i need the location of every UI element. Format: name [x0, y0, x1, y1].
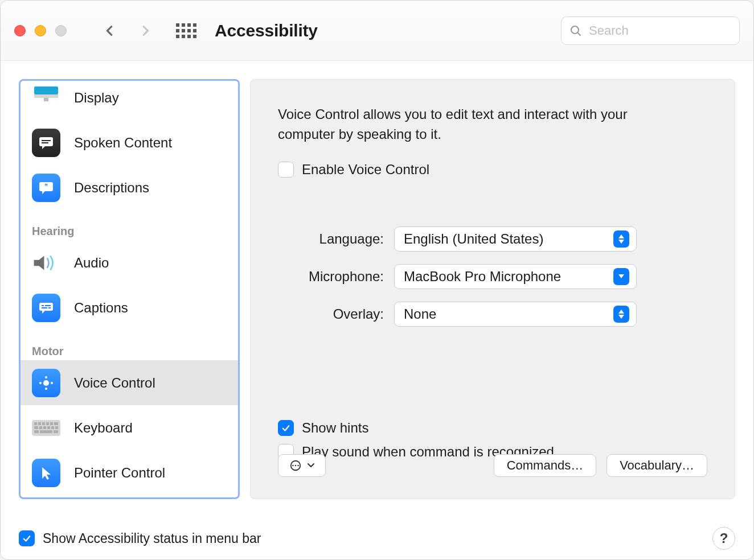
- svg-rect-28: [46, 422, 49, 425]
- sidebar-item-label: Pointer Control: [74, 465, 165, 481]
- svg-rect-32: [39, 426, 42, 429]
- sidebar-item-spoken-content[interactable]: Spoken Content: [21, 120, 238, 165]
- svg-marker-40: [42, 467, 51, 480]
- show-hints-label: Show hints: [302, 420, 368, 436]
- svg-line-1: [577, 32, 580, 35]
- microphone-value: MacBook Pro Microphone: [404, 269, 613, 285]
- show-all-prefs-button[interactable]: [174, 18, 199, 43]
- svg-rect-8: [42, 142, 48, 143]
- svg-rect-17: [42, 307, 47, 308]
- svg-marker-44: [618, 310, 624, 314]
- svg-marker-6: [42, 145, 46, 149]
- sidebar-item-label: Keyboard: [74, 420, 133, 436]
- svg-rect-34: [47, 426, 50, 429]
- svg-rect-7: [42, 140, 51, 141]
- descriptions-icon: ”: [32, 174, 60, 202]
- sidebar-item-label: Display: [74, 90, 119, 106]
- svg-point-22: [39, 382, 42, 384]
- svg-rect-29: [50, 422, 53, 425]
- stepper-icon: [613, 230, 629, 248]
- settings-fields: Language: English (United States) Microp…: [278, 227, 707, 327]
- svg-rect-35: [51, 426, 54, 429]
- vocabulary-button[interactable]: Vocabulary…: [607, 454, 707, 477]
- sidebar-item-display[interactable]: Display: [21, 81, 238, 120]
- search-field-wrap: [561, 17, 740, 45]
- show-menu-bar-checkbox[interactable]: [19, 530, 35, 546]
- svg-marker-10: [42, 190, 46, 194]
- enable-voice-control-row: Enable Voice Control: [278, 162, 707, 178]
- pointer-control-icon: [32, 459, 60, 487]
- overlay-field: Overlay: None: [278, 302, 707, 327]
- overlay-value: None: [404, 306, 613, 322]
- sidebar-item-pointer-control[interactable]: Pointer Control: [21, 450, 238, 495]
- sidebar-item-keyboard[interactable]: Keyboard: [21, 405, 238, 450]
- voice-control-panel: Voice Control allows you to edit text an…: [250, 79, 735, 499]
- svg-rect-38: [40, 430, 52, 433]
- sidebar-item-audio[interactable]: Audio: [21, 240, 238, 285]
- sidebar-item-label: Spoken Content: [74, 135, 172, 151]
- voice-control-icon: [32, 369, 60, 397]
- sidebar-item-label: Captions: [74, 300, 128, 316]
- show-menu-bar-row: Show Accessibility status in menu bar: [19, 530, 261, 546]
- svg-marker-42: [618, 240, 624, 244]
- enable-voice-control-checkbox[interactable]: [278, 162, 294, 178]
- svg-rect-13: [39, 303, 53, 311]
- sidebar-item-captions[interactable]: Captions: [21, 285, 238, 330]
- svg-rect-16: [45, 305, 51, 306]
- minimize-window-button[interactable]: [35, 25, 46, 36]
- nav-back-button[interactable]: [97, 18, 122, 43]
- content-area: Display Spoken Content ” Descriptions He…: [1, 61, 753, 517]
- language-field: Language: English (United States): [278, 227, 707, 252]
- svg-rect-27: [42, 422, 45, 425]
- traffic-lights: [14, 25, 67, 36]
- help-button[interactable]: ?: [712, 527, 735, 550]
- svg-point-23: [51, 382, 53, 384]
- close-window-button[interactable]: [14, 25, 26, 36]
- svg-marker-14: [42, 310, 46, 314]
- zoom-window-button[interactable]: [55, 25, 67, 36]
- page-title: Accessibility: [215, 21, 318, 40]
- microphone-label: Microphone:: [278, 269, 384, 285]
- svg-rect-3: [34, 94, 58, 98]
- svg-rect-25: [34, 422, 37, 425]
- language-value: English (United States): [404, 231, 613, 247]
- audio-icon: [32, 249, 60, 277]
- svg-rect-37: [34, 430, 39, 433]
- spoken-content-icon: [32, 129, 60, 157]
- toolbar: Accessibility: [1, 1, 753, 61]
- svg-rect-31: [34, 426, 38, 429]
- language-popup[interactable]: English (United States): [394, 227, 637, 252]
- sidebar-item-label: Audio: [74, 255, 109, 271]
- sidebar-section-hearing: Hearing: [21, 210, 238, 240]
- commands-button[interactable]: Commands…: [494, 454, 596, 477]
- more-actions-button[interactable]: [278, 454, 326, 477]
- svg-marker-43: [618, 274, 624, 278]
- sidebar-item-descriptions[interactable]: ” Descriptions: [21, 165, 238, 210]
- show-hints-checkbox[interactable]: [278, 420, 294, 436]
- svg-point-48: [295, 465, 297, 467]
- stepper-icon: [613, 306, 629, 323]
- svg-rect-2: [34, 87, 58, 94]
- microphone-popup[interactable]: MacBook Pro Microphone: [394, 264, 637, 289]
- svg-point-19: [43, 380, 49, 386]
- svg-point-49: [297, 465, 299, 467]
- svg-rect-30: [54, 422, 58, 425]
- svg-marker-45: [618, 315, 624, 319]
- chevron-down-icon: [308, 463, 314, 468]
- svg-rect-4: [44, 98, 48, 101]
- overlay-popup[interactable]: None: [394, 302, 637, 327]
- accessibility-sidebar: Display Spoken Content ” Descriptions He…: [19, 79, 240, 499]
- svg-rect-36: [55, 426, 58, 429]
- microphone-field: Microphone: MacBook Pro Microphone: [278, 264, 707, 289]
- lower-checks: Show hints Play sound when command is re…: [278, 412, 707, 460]
- svg-text:”: ”: [44, 183, 48, 191]
- system-preferences-accessibility-window: Accessibility Display: [0, 0, 754, 560]
- footer-bar: Show Accessibility status in menu bar ?: [1, 517, 753, 559]
- svg-marker-41: [618, 234, 624, 238]
- nav-forward-button[interactable]: [133, 18, 158, 43]
- sidebar-item-voice-control[interactable]: Voice Control: [21, 360, 238, 405]
- search-input[interactable]: [561, 17, 740, 45]
- svg-point-21: [45, 388, 47, 390]
- svg-point-20: [45, 376, 47, 378]
- display-icon: [32, 84, 60, 112]
